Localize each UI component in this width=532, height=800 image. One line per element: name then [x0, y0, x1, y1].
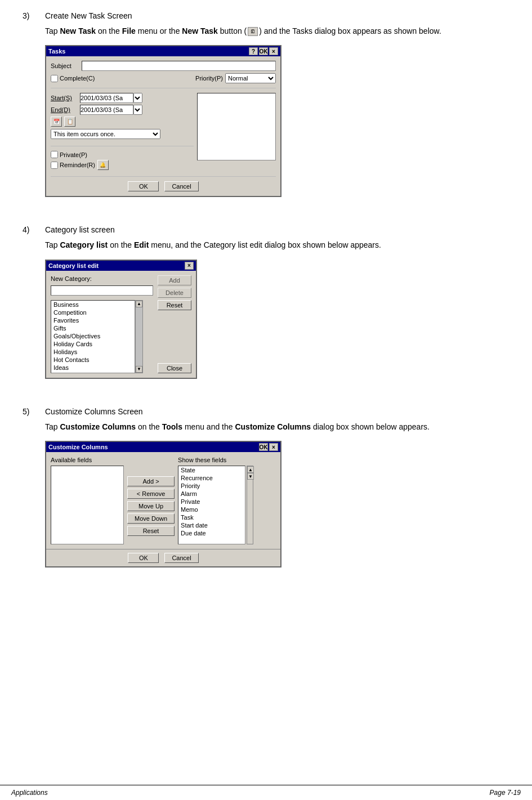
tasks-cancel-btn[interactable]: Cancel: [164, 181, 198, 191]
catlist-reset-btn[interactable]: Reset: [158, 300, 191, 310]
complete-checkbox[interactable]: [51, 75, 58, 82]
cat-item-3[interactable]: Gifts: [51, 324, 135, 332]
private-row: Private(P): [51, 151, 194, 158]
subject-row: Subject: [51, 61, 276, 71]
custcol-cancel-btn[interactable]: Cancel: [164, 553, 198, 563]
catlist-scroll-up[interactable]: ▲: [136, 301, 142, 307]
show-field-1[interactable]: Recurrence: [178, 474, 245, 482]
show-field-7[interactable]: Start date: [178, 521, 245, 529]
catlist-scrollbar[interactable]: ▲ ▼: [135, 300, 143, 373]
show-field-3[interactable]: Alarm: [178, 490, 245, 498]
custcol-ok-btn[interactable]: OK: [128, 553, 159, 563]
start-row: Start(S): [51, 93, 194, 103]
custcol-show-listbox-wrapper: State Recurrence Priority Alarm Private …: [178, 466, 276, 544]
section-3-number: 3): [23, 11, 45, 20]
tasks-notes-area[interactable]: [197, 93, 276, 160]
customize-cols-bold-2: Customize Columns: [235, 422, 311, 431]
customize-cols-bold-1: Customize Columns: [60, 422, 136, 431]
reminder-icon-btn[interactable]: 🔔: [97, 160, 109, 170]
cat-item-0[interactable]: Business: [51, 301, 135, 309]
show-field-6[interactable]: Task: [178, 513, 245, 521]
custcol-scroll-down[interactable]: ▼: [247, 473, 254, 480]
section-5-content: Customize Columns Screen Tap Customize C…: [45, 407, 509, 579]
custcol-show-label: Show these fields: [178, 457, 276, 463]
reminder-checkbox[interactable]: [51, 162, 58, 169]
section-3-header: 3) Create New Task Screen Tap New Task o…: [23, 11, 509, 208]
priority-select[interactable]: Normal: [225, 73, 276, 83]
show-field-8[interactable]: Due date: [178, 529, 245, 537]
cat-item-2[interactable]: Favorites: [51, 316, 135, 324]
tasks-help-btn[interactable]: ?: [249, 47, 258, 55]
start-input[interactable]: [80, 93, 133, 103]
custcol-show-listbox[interactable]: State Recurrence Priority Alarm Private …: [178, 466, 245, 544]
section-4-desc: Tap Category list on the Edit menu, and …: [45, 239, 509, 251]
custcol-moveup-btn[interactable]: Move Up: [127, 501, 175, 511]
custcol-reset-btn[interactable]: Reset: [127, 526, 175, 536]
custcol-available-area: Available fields: [51, 457, 124, 544]
custcol-add-btn[interactable]: Add >: [127, 476, 175, 486]
tasks-dialog-wrapper: Tasks ? OK × Subject: [45, 45, 509, 197]
tasks-ok-btn[interactable]: OK: [128, 181, 159, 191]
tasks-sep-1: [51, 88, 276, 88]
section-4-title: Category list screen: [45, 225, 509, 234]
tools-bold: Tools: [162, 422, 182, 431]
new-category-input[interactable]: [51, 285, 153, 296]
custcol-dialog-title: Customize Columns: [48, 444, 108, 450]
tasks-close-btn[interactable]: ×: [269, 47, 278, 55]
footer-right: Page 7-19: [490, 789, 521, 797]
cat-item-9[interactable]: International: [51, 372, 135, 373]
section-5-header: 5) Customize Columns Screen Tap Customiz…: [23, 407, 509, 579]
cat-item-7[interactable]: Hot Contacts: [51, 356, 135, 364]
catlist-scroll-down[interactable]: ▼: [136, 366, 142, 373]
catlist-cat-area: Business Competition Favorites Gifts Goa…: [51, 300, 153, 373]
custcol-close-btn[interactable]: ×: [269, 443, 278, 451]
custcol-remove-btn[interactable]: < Remove: [127, 489, 175, 499]
cat-item-4[interactable]: Goals/Objectives: [51, 332, 135, 340]
tasks-icon-row: 📅 📋: [51, 117, 194, 127]
cat-list-bold: Category list: [60, 240, 108, 249]
catlist-right: Add Delete Reset Close: [158, 275, 191, 373]
tasks-icon-btn-2[interactable]: 📋: [64, 117, 75, 127]
cat-item-5[interactable]: Holiday Cards: [51, 340, 135, 348]
section-3-content: Create New Task Screen Tap New Task on t…: [45, 11, 509, 208]
cat-item-8[interactable]: Ideas: [51, 364, 135, 372]
cat-item-6[interactable]: Holidays: [51, 348, 135, 356]
custcol-ok-title-btn[interactable]: OK: [259, 443, 268, 451]
tasks-ok-title-btn[interactable]: OK: [259, 47, 268, 55]
custcol-scroll-up[interactable]: ▲: [247, 466, 254, 473]
complete-label: Complete(C): [60, 75, 195, 82]
catlist-delete-btn[interactable]: Delete: [158, 288, 191, 298]
show-field-0[interactable]: State: [178, 466, 245, 474]
page-footer: Applications Page 7-19: [0, 785, 532, 800]
reminder-row: Reminder(R) 🔔: [51, 160, 194, 170]
new-task-icon: 🗓: [248, 27, 258, 36]
custcol-middle-buttons: Add > < Remove Move Up Move Down Reset: [127, 457, 175, 544]
end-input[interactable]: [80, 105, 133, 115]
custcol-dialog-titlebar: Customize Columns OK ×: [46, 442, 280, 452]
catlist-scroll-track[interactable]: [136, 307, 142, 366]
catlist-close-btn[interactable]: Close: [158, 363, 191, 373]
custcol-available-listbox[interactable]: [51, 466, 124, 544]
tasks-dialog-title: Tasks: [48, 48, 65, 55]
show-field-4[interactable]: Private: [178, 498, 245, 506]
category-close-btn[interactable]: ×: [185, 262, 194, 270]
tasks-icon-btn-1[interactable]: 📅: [51, 117, 62, 127]
catlist-listbox[interactable]: Business Competition Favorites Gifts Goa…: [51, 300, 135, 373]
catlist-add-btn[interactable]: Add: [158, 275, 191, 285]
date-area: Start(S) End(D): [51, 93, 194, 172]
section-4-content: Category list screen Tap Category list o…: [45, 225, 509, 390]
custcol-movedown-btn[interactable]: Move Down: [127, 513, 175, 524]
cat-item-1[interactable]: Competition: [51, 309, 135, 316]
custcol-bottom-buttons: OK Cancel: [46, 549, 280, 566]
private-checkbox[interactable]: [51, 151, 58, 158]
section-5-desc: Tap Customize Columns on the Tools menu …: [45, 421, 509, 433]
custcol-right-scrollbar[interactable]: ▲ ▼: [247, 466, 253, 544]
show-field-2[interactable]: Priority: [178, 482, 245, 490]
section-3-title: Create New Task Screen: [45, 11, 509, 20]
show-field-5[interactable]: Memo: [178, 506, 245, 513]
custcol-dialog-wrapper: Customize Columns OK × Available fields: [45, 441, 509, 567]
start-dropdown[interactable]: [133, 93, 142, 103]
subject-input[interactable]: [82, 61, 276, 71]
end-dropdown[interactable]: [133, 105, 142, 115]
recur-select[interactable]: This item occurs once.: [51, 129, 160, 139]
